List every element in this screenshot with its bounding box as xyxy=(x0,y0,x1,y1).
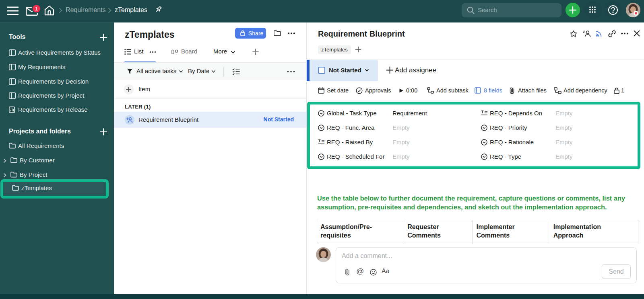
svg-text:T: T xyxy=(318,139,321,143)
svg-text:T: T xyxy=(481,110,484,114)
